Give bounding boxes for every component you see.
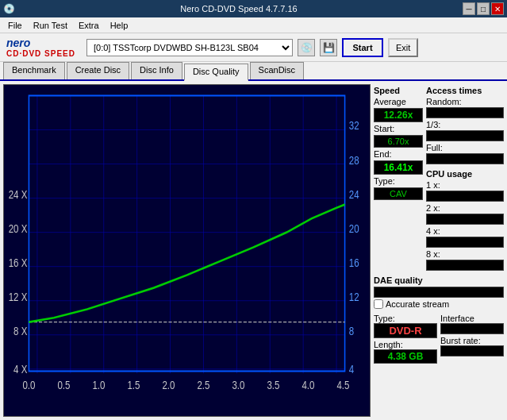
maximize-button[interactable]: □ — [477, 2, 490, 15]
end-label: End: — [374, 149, 409, 159]
length-value: 4.38 GB — [374, 349, 437, 364]
nero-logo-bottom: CD·DVD SPEED — [6, 49, 75, 58]
svg-text:4.5: 4.5 — [336, 379, 349, 392]
svg-text:28: 28 — [349, 153, 359, 167]
svg-text:16: 16 — [349, 256, 359, 269]
svg-text:8: 8 — [349, 324, 354, 337]
start-value: 6.70x — [374, 135, 423, 148]
chart-area: 4 X 8 X 12 X 16 X 20 X 24 X 4 8 12 16 20… — [3, 84, 371, 417]
right-stats: Access times Random: 1/3: Full: CPU usag… — [426, 86, 504, 272]
x8-label: 8 x: — [426, 249, 504, 259]
x1-value — [426, 191, 504, 202]
accurate-stream-row: Accurate stream — [374, 299, 504, 309]
menu-bar: File Run Test Extra Help — [0, 17, 507, 33]
svg-text:32: 32 — [349, 119, 359, 133]
x1-label: 1 x: — [426, 180, 504, 190]
disc-type-section: Type: DVD-R Length: 4.38 GB Interface Bu… — [374, 314, 504, 364]
x8-value — [426, 260, 504, 271]
svg-text:20 X: 20 X — [9, 222, 28, 235]
tab-disc-info[interactable]: Disc Info — [131, 62, 182, 79]
toolbar: nero CD·DVD SPEED [0:0] TSSTcorp DVDWBD … — [0, 33, 507, 62]
svg-text:0.5: 0.5 — [57, 379, 70, 392]
end-row: End: — [374, 149, 423, 159]
svg-rect-0 — [4, 85, 370, 416]
tab-benchmark[interactable]: Benchmark — [3, 62, 65, 79]
nero-logo-top: nero — [6, 37, 75, 49]
svg-text:1.5: 1.5 — [127, 379, 140, 392]
x4-value — [426, 237, 504, 248]
start-label: Start: — [374, 124, 409, 133]
end-value: 16.41x — [374, 160, 423, 175]
random-label: Random: — [426, 97, 504, 106]
average-row: Average — [374, 97, 423, 106]
svg-text:0.0: 0.0 — [22, 379, 35, 392]
svg-text:4.0: 4.0 — [302, 379, 314, 392]
svg-text:24 X: 24 X — [9, 187, 28, 201]
main-content: 4 X 8 X 12 X 16 X 20 X 24 X 4 8 12 16 20… — [0, 81, 507, 420]
x4-label: 4 x: — [426, 226, 504, 236]
svg-text:3.5: 3.5 — [267, 379, 279, 392]
menu-help[interactable]: Help — [106, 19, 133, 32]
side-panel: Speed Average 12.26x Start: 6.70x End: 1… — [374, 81, 507, 420]
svg-text:4: 4 — [349, 363, 354, 376]
interface-value — [440, 323, 504, 334]
start-row: Start: — [374, 124, 423, 133]
menu-run-test[interactable]: Run Test — [29, 19, 72, 32]
svg-text:4 X: 4 X — [13, 363, 27, 376]
tab-scan-disc[interactable]: ScanDisc — [250, 62, 304, 79]
svg-text:8 X: 8 X — [13, 324, 27, 337]
svg-text:16 X: 16 X — [9, 256, 28, 269]
access-times-header: Access times — [426, 86, 504, 95]
title-bar-controls: ─ □ ✕ — [463, 2, 504, 15]
accurate-stream-label: Accurate stream — [386, 299, 449, 309]
save-icon[interactable]: 💾 — [320, 39, 337, 56]
one-third-value — [426, 130, 504, 141]
svg-text:12 X: 12 X — [9, 290, 28, 303]
disc-type-value: DVD-R — [374, 323, 437, 338]
burst-value — [440, 345, 504, 356]
type-row: Type: — [374, 176, 423, 186]
tab-create-disc[interactable]: Create Disc — [67, 62, 129, 79]
speed-section: Speed Average 12.26x Start: 6.70x End: 1… — [374, 86, 423, 272]
menu-file[interactable]: File — [3, 19, 27, 32]
title-bar-title: Nero CD-DVD Speed 4.7.7.16 — [15, 4, 463, 13]
type-value: CAV — [374, 187, 423, 200]
close-button[interactable]: ✕ — [491, 2, 504, 15]
length-label: Length: — [374, 340, 437, 349]
svg-text:20: 20 — [349, 222, 359, 235]
interface-label: Interface — [440, 314, 504, 323]
accurate-stream-checkbox[interactable] — [374, 299, 383, 309]
random-value — [426, 107, 504, 118]
svg-text:3.0: 3.0 — [232, 379, 244, 392]
menu-extra[interactable]: Extra — [74, 19, 104, 32]
start-button[interactable]: Start — [342, 38, 383, 57]
dae-value — [374, 287, 504, 298]
burst-label: Burst rate: — [440, 336, 504, 345]
svg-text:2.0: 2.0 — [162, 379, 175, 392]
svg-text:24: 24 — [349, 187, 359, 201]
title-bar-icon: 💿 — [3, 3, 15, 14]
one-third-label: 1/3: — [426, 120, 504, 129]
full-value — [426, 153, 504, 164]
x2-value — [426, 214, 504, 225]
chart-svg: 4 X 8 X 12 X 16 X 20 X 24 X 4 8 12 16 20… — [4, 85, 370, 416]
title-bar: 💿 Nero CD-DVD Speed 4.7.7.16 ─ □ ✕ — [0, 0, 507, 17]
dae-section: DAE quality Accurate stream — [374, 276, 504, 309]
tab-bar: Benchmark Create Disc Disc Info Disc Qua… — [0, 62, 507, 81]
exit-button[interactable]: Exit — [388, 38, 418, 57]
svg-text:2.5: 2.5 — [197, 379, 209, 392]
drive-select[interactable]: [0:0] TSSTcorp DVDWBD SH-B123L SB04 — [86, 39, 293, 56]
speed-header: Speed — [374, 86, 423, 95]
disc-type-sub: Type: — [374, 314, 437, 323]
svg-text:12: 12 — [349, 290, 359, 303]
x2-label: 2 x: — [426, 203, 504, 213]
disc-icon[interactable]: 💿 — [298, 39, 315, 56]
full-label: Full: — [426, 143, 504, 152]
dae-header: DAE quality — [374, 276, 504, 285]
tab-disc-quality[interactable]: Disc Quality — [184, 64, 248, 81]
nero-logo: nero CD·DVD SPEED — [6, 37, 75, 58]
average-label: Average — [374, 97, 409, 106]
average-value: 12.26x — [374, 108, 423, 122]
minimize-button[interactable]: ─ — [463, 2, 475, 15]
svg-text:1.0: 1.0 — [92, 379, 105, 392]
